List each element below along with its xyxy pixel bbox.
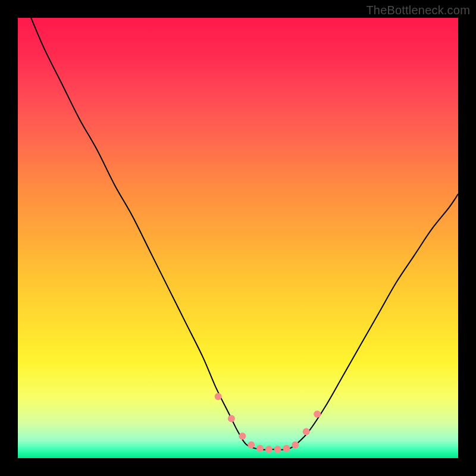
- curve-marker: [274, 446, 281, 453]
- chart-frame: TheBottleneck.com: [0, 0, 476, 476]
- curve-marker: [215, 393, 222, 400]
- watermark-text: TheBottleneck.com: [366, 4, 470, 17]
- curve-marker: [265, 446, 273, 453]
- curve-marker: [256, 445, 264, 452]
- curve-marker: [314, 411, 321, 418]
- curve-marker: [228, 415, 235, 422]
- chart-svg: [18, 18, 458, 458]
- curve-marker: [248, 441, 255, 449]
- curve-marker: [239, 433, 246, 440]
- curve-marker: [303, 428, 310, 436]
- bottleneck-curve: [31, 18, 458, 450]
- plot-area: [18, 18, 458, 458]
- curve-marker: [292, 441, 299, 449]
- curve-marker: [283, 445, 290, 452]
- marker-group: [215, 393, 321, 453]
